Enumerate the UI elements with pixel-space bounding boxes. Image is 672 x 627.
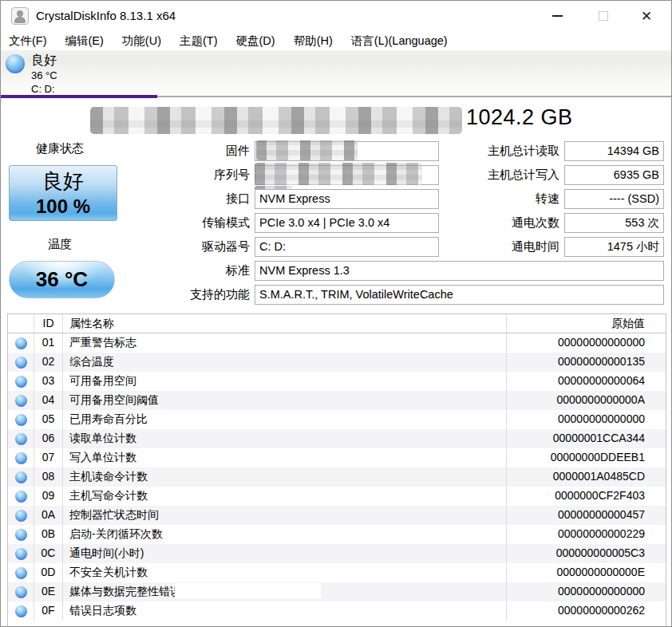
table-row[interactable]: 09主机写命令计数0000000CF2F403 [8, 487, 666, 506]
table-row[interactable]: 07写入单位计数00000000DDEEB1 [8, 448, 666, 467]
model-name-redacted [90, 107, 462, 134]
status-dot-icon [15, 357, 27, 369]
power-on-hours-label: 通电时间 [448, 239, 559, 254]
health-status-label: 健康状态 [9, 141, 111, 156]
temperature-indicator: 36 °C [9, 261, 115, 298]
transfer-mode-label: 传输模式 [105, 215, 250, 231]
menu-theme[interactable]: 主题(T) [180, 34, 218, 49]
status-dot-icon [15, 414, 27, 426]
table-row[interactable]: 0E媒体与数据完整性错误计数00000000000000 [8, 582, 666, 601]
drive-tab-c[interactable]: 良好 36 °C C: D: [1, 50, 157, 98]
table-row[interactable]: 0D不安全关机计数0000000000000E [8, 563, 666, 582]
status-dot-icon [15, 337, 27, 349]
interface-label: 接口 [105, 191, 250, 207]
firmware-redacted [256, 140, 358, 160]
features-value: S.M.A.R.T., TRIM, VolatileWriteCache [255, 285, 664, 305]
window-title: CrystalDiskInfo 8.13.1 x64 [36, 9, 176, 22]
status-dot-icon [15, 605, 27, 617]
health-status-button[interactable]: 良好 100 % [9, 165, 117, 221]
menu-language[interactable]: 语言(L)(Language) [351, 34, 448, 49]
table-row[interactable]: 08主机读命令计数0000001A0485CD [8, 467, 666, 487]
firmware-label: 固件 [105, 144, 250, 159]
serial-redacted [255, 163, 422, 185]
serial-label: 序列号 [105, 168, 250, 183]
status-dot-icon [15, 452, 27, 464]
maximize-icon [599, 11, 608, 21]
health-status-value: 良好 [10, 168, 117, 195]
power-on-count-label: 通电次数 [448, 215, 559, 231]
menu-disk[interactable]: 硬盘(D) [236, 34, 275, 49]
field-total-writes: 主机总计写入 6935 GB [448, 165, 667, 186]
drive-status-icon [6, 54, 25, 73]
app-window: CrystalDiskInfo 8.13.1 x64 ✕ 文件(F) 编辑(E)… [0, 0, 672, 627]
total-writes-label: 主机总计写入 [448, 168, 559, 183]
app-icon-head [17, 10, 23, 17]
drive-status-text: 良好 [31, 53, 57, 69]
drive-letter-label: 驱动器号 [105, 239, 250, 254]
status-dot-icon [15, 510, 27, 522]
status-dot-icon [15, 376, 27, 388]
power-on-count-value: 553 次 [564, 213, 664, 233]
table-row[interactable]: 06读取单位计数00000001CCA344 [8, 429, 666, 448]
table-row[interactable]: 0B启动-关闭循环次数00000000000229 [8, 525, 666, 544]
total-reads-label: 主机总计读取 [448, 144, 559, 159]
minimize-button[interactable] [539, 1, 575, 31]
power-on-hours-value: 1475 小时 [564, 237, 664, 257]
header-raw-value: 原始值 [506, 314, 666, 333]
table-row[interactable]: 05已用寿命百分比00000000000000 [8, 410, 666, 429]
transfer-mode-value: PCIe 3.0 x4 | PCIe 3.0 x4 [255, 213, 439, 233]
status-dot-icon [15, 529, 27, 541]
table-row[interactable]: 02综合温度00000000000135 [8, 353, 666, 372]
menu-function[interactable]: 功能(U) [122, 34, 161, 49]
temperature-label: 温度 [9, 237, 111, 252]
close-icon: ✕ [641, 10, 652, 23]
disk-info-panel: 1024.2 GB 健康状态 良好 100 % 温度 36 °C 固件 序列号 … [1, 98, 671, 627]
rotation-rate-value: ---- (SSD) [564, 189, 664, 209]
rotation-rate-label: 转速 [448, 191, 559, 207]
field-rotation-rate: 转速 ---- (SSD) [448, 189, 667, 210]
drive-temp-text: 36 °C [31, 69, 57, 81]
menu-edit[interactable]: 编辑(E) [65, 34, 104, 49]
header-id: ID [34, 314, 62, 333]
table-row[interactable]: 03可用备用空间00000000000064 [8, 372, 666, 391]
app-icon [11, 7, 29, 25]
status-dot-icon [15, 548, 27, 560]
table-row[interactable]: 0F错误日志项数00000000000262 [8, 601, 666, 621]
smart-table-header: ID 属性名称 原始值 [8, 314, 666, 333]
close-button[interactable]: ✕ [628, 1, 665, 31]
app-icon-body [14, 17, 26, 23]
table-row[interactable]: 0C通电时间(小时)000000000005C3 [8, 544, 666, 563]
menu-bar: 文件(F) 编辑(E) 功能(U) 主题(T) 硬盘(D) 帮助(H) 语言(L… [1, 31, 671, 50]
status-dot-icon [15, 471, 27, 483]
total-writes-value: 6935 GB [564, 165, 664, 185]
field-standard: 标准 NVM Express 1.3 [105, 261, 671, 282]
disk-capacity: 1024.2 GB [466, 105, 573, 130]
total-reads-value: 14394 GB [564, 141, 664, 161]
field-power-on-count: 通电次数 553 次 [448, 213, 667, 234]
table-redaction-patch [175, 583, 321, 598]
standard-value: NVM Express 1.3 [255, 261, 664, 281]
features-label: 支持的功能 [105, 287, 250, 302]
table-row[interactable]: 01严重警告标志00000000000000 [8, 333, 666, 353]
table-row[interactable]: 0A控制器忙状态时间00000000000457 [8, 506, 666, 525]
field-features: 支持的功能 S.M.A.R.T., TRIM, VolatileWriteCac… [105, 285, 671, 306]
drive-letters-text: C: D: [31, 83, 55, 95]
menu-file[interactable]: 文件(F) [9, 34, 47, 49]
maximize-button[interactable] [585, 1, 622, 31]
menu-help[interactable]: 帮助(H) [294, 34, 333, 49]
field-power-on-hours: 通电时间 1475 小时 [448, 237, 667, 258]
standard-label: 标准 [105, 263, 250, 278]
smart-table-body: 01严重警告标志00000000000000 02综合温度00000000000… [8, 333, 666, 621]
status-dot-icon [15, 586, 27, 598]
drive-letter-value: C: D: [255, 237, 439, 257]
table-row[interactable]: 04可用备用空间阈值0000000000000A [8, 391, 666, 410]
drive-strip: 良好 36 °C C: D: [1, 50, 671, 98]
temperature-value: 36 °C [10, 262, 114, 298]
status-dot-icon [15, 567, 27, 579]
status-dot-icon [15, 433, 27, 445]
status-dot-icon [15, 491, 27, 503]
header-status-col [8, 314, 34, 333]
minimize-icon [552, 15, 563, 17]
title-bar: CrystalDiskInfo 8.13.1 x64 ✕ [1, 1, 671, 31]
status-dot-icon [15, 395, 27, 407]
